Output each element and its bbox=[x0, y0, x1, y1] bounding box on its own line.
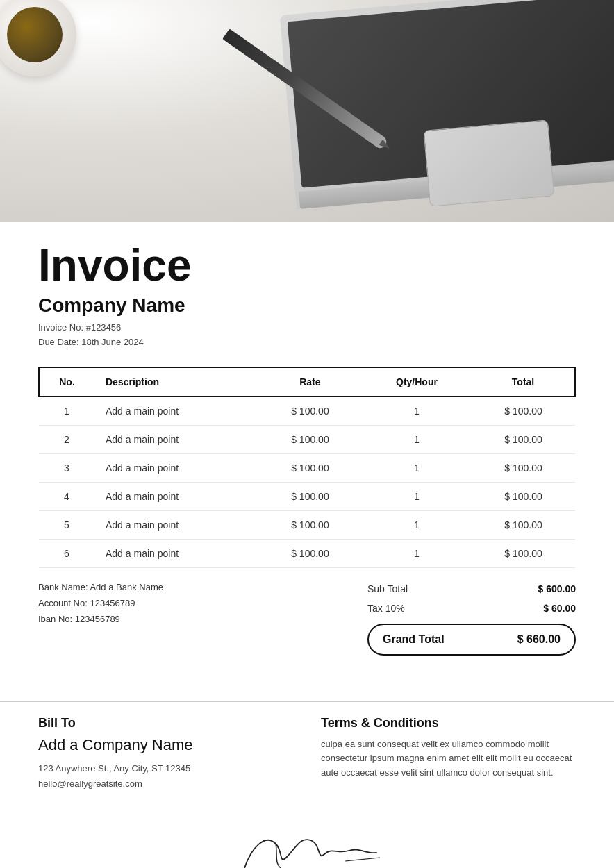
cell-qty: 1 bbox=[362, 539, 472, 567]
col-header-total: Total bbox=[472, 367, 575, 397]
cell-rate: $ 100.00 bbox=[258, 510, 362, 539]
cell-qty: 1 bbox=[362, 453, 472, 482]
svg-line-0 bbox=[345, 858, 380, 861]
cell-description: Add a main point bbox=[94, 510, 258, 539]
cell-no: 5 bbox=[39, 510, 94, 539]
company-name: Company Name bbox=[38, 294, 576, 317]
cell-no: 2 bbox=[39, 425, 94, 453]
cell-qty: 1 bbox=[362, 510, 472, 539]
bank-name: Bank Name: Add a Bank Name bbox=[38, 579, 163, 595]
tax-label: Tax 10% bbox=[367, 603, 405, 614]
cell-total: $ 100.00 bbox=[472, 397, 575, 426]
table-row: 2 Add a main point $ 100.00 1 $ 100.00 bbox=[39, 425, 575, 453]
trackpad-decoration bbox=[424, 119, 555, 206]
cell-no: 6 bbox=[39, 539, 94, 567]
coffee-cup-decoration bbox=[0, 0, 76, 76]
cell-no: 4 bbox=[39, 482, 94, 510]
terms-text: culpa ea sunt consequat velit ex ullamco… bbox=[321, 737, 576, 781]
account-no: Account No: 123456789 bbox=[38, 595, 163, 611]
col-header-description: Description bbox=[94, 367, 258, 397]
terms-section: Terms & Conditions culpa ea sunt consequ… bbox=[321, 716, 576, 792]
table-header-row: No. Description Rate Qty/Hour Total bbox=[39, 367, 575, 397]
cell-description: Add a main point bbox=[94, 425, 258, 453]
tax-row: Tax 10% $ 60.00 bbox=[367, 599, 576, 618]
cell-total: $ 100.00 bbox=[472, 510, 575, 539]
cell-description: Add a main point bbox=[94, 397, 258, 426]
cell-rate: $ 100.00 bbox=[258, 453, 362, 482]
cell-no: 3 bbox=[39, 453, 94, 482]
grand-total-box: Grand Total $ 660.00 bbox=[367, 624, 576, 656]
cell-no: 1 bbox=[39, 397, 94, 426]
hero-image bbox=[0, 0, 614, 222]
cell-rate: $ 100.00 bbox=[258, 539, 362, 567]
invoice-meta: Invoice No: #123456 Due Date: 18th June … bbox=[38, 321, 576, 350]
col-header-no: No. bbox=[39, 367, 94, 397]
cell-description: Add a main point bbox=[94, 482, 258, 510]
invoice-no: #123456 bbox=[86, 322, 122, 333]
table-row: 5 Add a main point $ 100.00 1 $ 100.00 bbox=[39, 510, 575, 539]
bank-info: Bank Name: Add a Bank Name Account No: 1… bbox=[38, 579, 163, 628]
table-row: 1 Add a main point $ 100.00 1 $ 100.00 bbox=[39, 397, 575, 426]
table-row: 6 Add a main point $ 100.00 1 $ 100.00 bbox=[39, 539, 575, 567]
table-row: 4 Add a main point $ 100.00 1 $ 100.00 bbox=[39, 482, 575, 510]
col-header-rate: Rate bbox=[258, 367, 362, 397]
cell-qty: 1 bbox=[362, 397, 472, 426]
cell-rate: $ 100.00 bbox=[258, 397, 362, 426]
grand-total-amount: $ 660.00 bbox=[517, 633, 561, 646]
due-date-label: Due Date: bbox=[38, 337, 79, 347]
invoice-content: Invoice Company Name Invoice No: #123456… bbox=[0, 222, 614, 687]
due-date: 18th June 2024 bbox=[81, 337, 144, 347]
iban-no: Iban No: 123456789 bbox=[38, 611, 163, 627]
signature-svg bbox=[217, 819, 397, 868]
tax-amount: $ 60.00 bbox=[513, 603, 576, 614]
invoice-title: Invoice bbox=[38, 243, 576, 287]
bottom-section: Bill To Add a Company Name 123 Anywhere … bbox=[0, 716, 614, 792]
subtotal-row: Sub Total $ 600.00 bbox=[367, 579, 576, 599]
table-row: 3 Add a main point $ 100.00 1 $ 100.00 bbox=[39, 453, 575, 482]
cell-total: $ 100.00 bbox=[472, 539, 575, 567]
invoice-page: Invoice Company Name Invoice No: #123456… bbox=[0, 0, 614, 868]
invoice-no-label: Invoice No: bbox=[38, 322, 83, 333]
invoice-table: No. Description Rate Qty/Hour Total 1 Ad… bbox=[38, 367, 576, 568]
cell-description: Add a main point bbox=[94, 453, 258, 482]
grand-total-label: Grand Total bbox=[383, 633, 445, 646]
bill-to-company: Add a Company Name bbox=[38, 736, 293, 754]
bill-to-title: Bill To bbox=[38, 716, 293, 731]
cell-rate: $ 100.00 bbox=[258, 425, 362, 453]
subtotal-label: Sub Total bbox=[367, 583, 408, 594]
signature-area: Date: 12.12.2024 bbox=[0, 806, 614, 868]
cell-total: $ 100.00 bbox=[472, 482, 575, 510]
cell-qty: 1 bbox=[362, 482, 472, 510]
cell-rate: $ 100.00 bbox=[258, 482, 362, 510]
totals-section: Sub Total $ 600.00 Tax 10% $ 60.00 Grand… bbox=[367, 579, 576, 656]
col-header-qty: Qty/Hour bbox=[362, 367, 472, 397]
divider-1 bbox=[0, 701, 614, 702]
bill-to-address: 123 Anywhere St., Any City, ST 12345 hel… bbox=[38, 761, 293, 792]
subtotal-amount: $ 600.00 bbox=[513, 583, 576, 594]
bill-to-section: Bill To Add a Company Name 123 Anywhere … bbox=[38, 716, 293, 792]
terms-title: Terms & Conditions bbox=[321, 716, 576, 731]
cell-description: Add a main point bbox=[94, 539, 258, 567]
subtotals-section: Bank Name: Add a Bank Name Account No: 1… bbox=[38, 579, 576, 656]
cell-total: $ 100.00 bbox=[472, 425, 575, 453]
cell-total: $ 100.00 bbox=[472, 453, 575, 482]
cell-qty: 1 bbox=[362, 425, 472, 453]
